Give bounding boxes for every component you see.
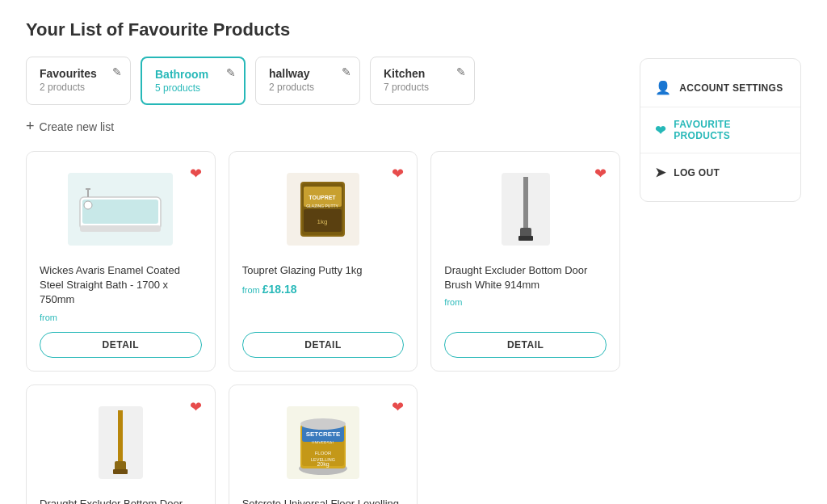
- product-image-wrap-2: TOUPRET GLAZING PUTTY 1kg ❤: [242, 165, 405, 254]
- favourite-button-2[interactable]: ❤: [392, 165, 404, 183]
- product-card-5: SETCRETE UNIVERSAL FLOOR LEVELLING 20kg …: [229, 384, 418, 504]
- svg-text:SETCRETE: SETCRETE: [306, 430, 341, 438]
- detail-button-3[interactable]: DETAIL: [444, 332, 607, 358]
- tab-edit-button-kitchen[interactable]: ✎: [456, 65, 466, 78]
- detail-button-1[interactable]: DETAIL: [40, 332, 202, 358]
- tab-count-hallway: 2 products: [269, 82, 346, 93]
- svg-rect-18: [113, 469, 128, 474]
- product-image-wrap-4: ❤: [40, 398, 202, 487]
- create-new-list-button[interactable]: + Create new list: [26, 118, 114, 135]
- favourite-button-5[interactable]: ❤: [392, 398, 404, 416]
- svg-text:1kg: 1kg: [317, 218, 328, 225]
- product-price-row-1: from: [40, 313, 202, 322]
- product-name-2: Toupret Glazing Putty 1kg: [242, 263, 405, 278]
- product-card-1: ❤ Wickes Avaris Enamel Coated Steel Stra…: [26, 151, 216, 372]
- product-from: from: [40, 313, 202, 322]
- log-out-icon: ➤: [655, 165, 665, 180]
- sidebar-label-favourite-products: FAVOURITE PRODUCTS: [674, 119, 786, 141]
- tab-name-hallway: hallway: [269, 67, 346, 80]
- account-settings-icon: 👤: [655, 80, 671, 95]
- tab-name-bathroom: Bathroom: [155, 68, 231, 81]
- tabs-row: Favourites 2 products ✎ Bathroom 5 produ…: [26, 57, 620, 105]
- sidebar: 👤 ACCOUNT SETTINGS ❤ FAVOURITE PRODUCTS …: [640, 58, 801, 202]
- product-price: £18.18: [262, 283, 297, 296]
- products-grid: ❤ Wickes Avaris Enamel Coated Steel Stra…: [26, 151, 620, 504]
- tab-bathroom[interactable]: Bathroom 5 products ✎: [141, 57, 246, 105]
- svg-text:GLAZING PUTTY: GLAZING PUTTY: [307, 204, 339, 208]
- svg-rect-15: [518, 236, 533, 241]
- svg-rect-2: [82, 200, 158, 224]
- svg-text:TOUPRET: TOUPRET: [309, 195, 337, 200]
- detail-button-2[interactable]: DETAIL: [242, 332, 405, 358]
- product-from: from £18.18: [242, 283, 405, 296]
- favourite-button-3[interactable]: ❤: [594, 165, 607, 183]
- product-card-3: ❤ Draught Excluder Bottom Door Brush Whi…: [430, 151, 620, 372]
- product-image-wrap-3: ❤: [444, 165, 607, 254]
- tab-hallway[interactable]: hallway 2 products ✎: [255, 57, 360, 105]
- product-card-4: ❤ Draught Excluder Bottom Door Brush Bra…: [26, 384, 216, 504]
- main-content: Your List of Favourite Products Favourit…: [26, 19, 620, 504]
- svg-text:20kg: 20kg: [317, 461, 329, 468]
- product-price-row-3: from: [444, 297, 607, 307]
- sidebar-label-log-out: LOG OUT: [674, 167, 720, 178]
- favourite-button-1[interactable]: ❤: [190, 165, 202, 183]
- tab-edit-button-bathroom[interactable]: ✎: [226, 66, 236, 79]
- product-image-wrap-1: ❤: [40, 165, 202, 254]
- product-name-4: Draught Excluder Bottom Door Brush Brass…: [40, 497, 202, 504]
- tab-name-kitchen: Kitchen: [384, 67, 461, 80]
- svg-rect-16: [118, 410, 123, 463]
- tab-edit-button-favourites[interactable]: ✎: [112, 65, 122, 78]
- tab-favourites[interactable]: Favourites 2 products ✎: [26, 57, 131, 105]
- page-title: Your List of Favourite Products: [26, 19, 620, 40]
- tab-count-favourites: 2 products: [40, 82, 117, 93]
- product-name-1: Wickes Avaris Enamel Coated Steel Straig…: [40, 263, 202, 308]
- product-name-3: Draught Excluder Bottom Door Brush White…: [444, 263, 607, 292]
- svg-rect-13: [523, 177, 528, 229]
- svg-point-3: [84, 201, 92, 209]
- tab-count-kitchen: 7 products: [384, 82, 461, 93]
- product-image-wrap-5: SETCRETE UNIVERSAL FLOOR LEVELLING 20kg …: [242, 398, 405, 487]
- sidebar-divider: [640, 107, 800, 107]
- sidebar-item-favourite-products[interactable]: ❤ FAVOURITE PRODUCTS: [640, 111, 800, 149]
- svg-rect-1: [80, 225, 161, 232]
- plus-icon: +: [26, 118, 35, 135]
- tab-count-bathroom: 5 products: [155, 82, 231, 94]
- sidebar-divider: [640, 153, 800, 153]
- create-new-list-label: Create new list: [40, 120, 115, 133]
- product-from: from: [444, 297, 607, 307]
- favourite-button-4[interactable]: ❤: [190, 398, 202, 416]
- product-card-2: TOUPRET GLAZING PUTTY 1kg ❤ Toupret Glaz…: [229, 151, 418, 372]
- svg-text:FLOOR: FLOOR: [315, 451, 332, 456]
- tab-kitchen[interactable]: Kitchen 7 products ✎: [370, 57, 475, 105]
- tab-name-favourites: Favourites: [40, 67, 117, 80]
- sidebar-item-account-settings[interactable]: 👤 ACCOUNT SETTINGS: [640, 72, 800, 103]
- sidebar-item-log-out[interactable]: ➤ LOG OUT: [640, 157, 800, 188]
- svg-point-28: [300, 418, 346, 430]
- product-price-row-2: from £18.18: [242, 283, 405, 296]
- tab-edit-button-hallway[interactable]: ✎: [342, 65, 351, 78]
- favourite-products-icon: ❤: [655, 123, 665, 138]
- sidebar-label-account-settings: ACCOUNT SETTINGS: [679, 82, 783, 94]
- product-name-5: Setcrete Universal Floor Levelling Compo…: [242, 497, 405, 504]
